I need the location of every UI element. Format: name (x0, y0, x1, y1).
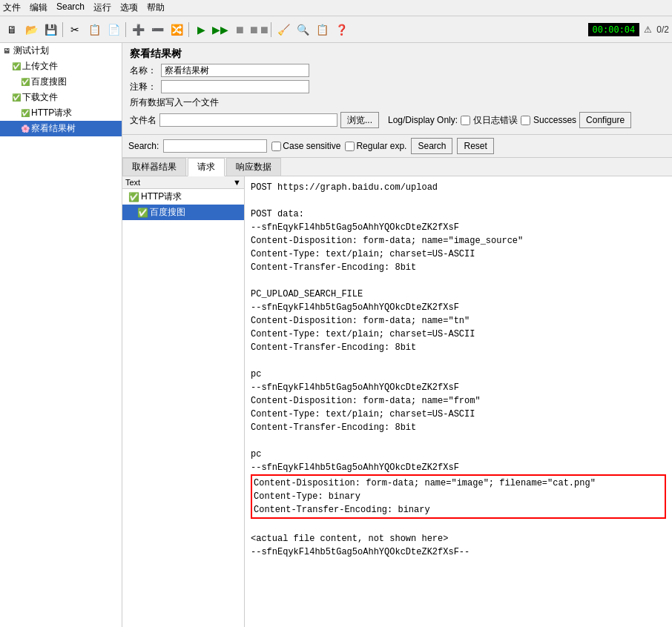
menu-file[interactable]: 文件 (3, 1, 21, 14)
toolbar-save[interactable]: 💾 (42, 21, 59, 39)
toolbar-broom[interactable]: 🧹 (274, 21, 292, 39)
request-line: Content-Type: text/plain; charset=US-ASC… (251, 408, 666, 421)
main-layout: 🖥 测试计划 ✅ 上传文件 ✅ 百度搜图 ✅ 下载文件 ✅ HTTP请求 🌸 察… (0, 43, 672, 627)
file-row: 文件名 浏览... Log/Display Only: 仅日志错误 Succes… (130, 112, 665, 128)
request-line-highlighted: Content-Disposition: form-data; name="im… (254, 477, 663, 490)
tree-item-http[interactable]: ✅ HTTP请求 (0, 105, 122, 121)
request-line: <actual file content, not shown here> (251, 532, 666, 545)
tab-response[interactable]: 响应数据 (226, 158, 281, 176)
inner-http-icon: ✅ (128, 192, 139, 202)
successes-checkbox[interactable] (521, 116, 530, 125)
toolbar-help[interactable]: ❓ (332, 21, 350, 39)
tree-label-result: 察看结果树 (31, 122, 76, 135)
toolbar-search[interactable]: 🔍 (294, 21, 312, 39)
case-sensitive-checkbox[interactable] (271, 142, 281, 151)
inner-tree-http[interactable]: ✅ HTTP请求 (122, 189, 244, 205)
text-dropdown[interactable]: ▼ (233, 178, 241, 187)
toolbar-cut[interactable]: ✂ (66, 21, 84, 39)
toolbar-open[interactable]: 📂 (22, 21, 40, 39)
errors-checkbox-label[interactable]: 仅日志错误 (461, 114, 518, 127)
file-label: 文件名 (130, 114, 157, 127)
toolbar-copy[interactable]: 📋 (85, 21, 103, 39)
request-line: Content-Transfer-Encoding: 8bit (251, 421, 666, 434)
errors-label: 仅日志错误 (473, 114, 518, 127)
toolbar-sep2 (125, 22, 126, 37)
toolbar-new[interactable]: 🖥 (3, 21, 21, 39)
menu-edit[interactable]: 编辑 (30, 1, 47, 14)
tree-item-result[interactable]: 🌸 察看结果树 (0, 121, 122, 136)
tab-response-label: 响应数据 (236, 162, 271, 172)
toolbar-play-all[interactable]: ▶▶ (211, 21, 229, 39)
request-line: POST data: (251, 208, 666, 221)
tree-label-plan: 测试计划 (13, 44, 49, 57)
tree-item-plan[interactable]: 🖥 测试计划 (0, 43, 122, 59)
tree-item-baidu[interactable]: ✅ 百度搜图 (0, 74, 122, 90)
tab-request-label: 请求 (197, 162, 215, 172)
timer-display: 00:00:04 (588, 23, 640, 36)
request-line: Content-Transfer-Encoding: 8bit (251, 261, 666, 274)
search-bar: Search: Case sensitive Regular exp. Sear… (122, 135, 672, 158)
request-line (251, 354, 666, 368)
regex-checkbox[interactable] (345, 142, 355, 151)
menu-help[interactable]: 帮助 (147, 1, 165, 14)
case-sensitive-label[interactable]: Case sensitive (271, 141, 340, 151)
successes-checkbox-label[interactable]: Successes (521, 115, 576, 125)
search-btn[interactable]: Search (411, 138, 452, 154)
toolbar-stop[interactable]: ⏹ (231, 21, 248, 39)
name-label: 名称： (130, 64, 157, 77)
inner-baidu-icon: ✅ (137, 208, 148, 218)
configure-btn[interactable]: Configure (579, 112, 631, 128)
request-line: Content-Disposition: form-data; name="im… (251, 234, 666, 248)
search-input[interactable] (163, 139, 267, 153)
menu-run[interactable]: 运行 (93, 1, 111, 14)
tab-header: 取样器结果 请求 响应数据 (122, 158, 672, 176)
toolbar-stop-all[interactable]: ⏹⏹ (250, 21, 268, 39)
toolbar-sep4 (271, 22, 271, 37)
errors-checkbox[interactable] (461, 116, 470, 125)
tree-label-baidu: 百度搜图 (31, 76, 67, 88)
left-tree-panel: 🖥 测试计划 ✅ 上传文件 ✅ 百度搜图 ✅ 下载文件 ✅ HTTP请求 🌸 察… (0, 43, 122, 627)
tree-item-upload[interactable]: ✅ 上传文件 (0, 59, 122, 74)
comment-input[interactable] (161, 80, 309, 93)
toolbar-paste[interactable]: 📄 (105, 21, 122, 39)
menu-search[interactable]: Search (56, 1, 85, 14)
toolbar-toggle[interactable]: 🔀 (168, 21, 185, 39)
counter-display: 0/2 (656, 24, 669, 35)
toolbar-list[interactable]: 📋 (313, 21, 331, 39)
request-line (251, 194, 666, 208)
toolbar: 🖥 📂 💾 ✂ 📋 📄 ➕ ➖ 🔀 ▶ ▶▶ ⏹ ⏹⏹ 🧹 🔍 📋 ❓ 00:0… (0, 16, 672, 43)
comment-row: 注释： (130, 80, 665, 93)
inner-http-label: HTTP请求 (141, 190, 182, 203)
toolbar-sep1 (62, 22, 63, 37)
request-line: pc (251, 368, 666, 381)
menu-options[interactable]: 选项 (120, 1, 138, 14)
regex-label[interactable]: Regular exp. (345, 141, 406, 151)
file-input[interactable] (159, 113, 337, 127)
download-icon: ✅ (12, 93, 21, 102)
tree-item-download[interactable]: ✅ 下载文件 (0, 90, 122, 105)
toolbar-play[interactable]: ▶ (192, 21, 210, 39)
log-display-label: Log/Display Only: (388, 115, 458, 125)
request-line: Content-Disposition: form-data; name="fr… (251, 394, 666, 408)
tabs-area: 取样器结果 请求 响应数据 Text ▼ ✅ (122, 158, 672, 627)
reset-btn[interactable]: Reset (457, 138, 493, 154)
right-panel: 察看结果树 名称： 注释： 所有数据写入一个文件 文件名 浏览... Log/D… (122, 43, 672, 627)
toolbar-collapse[interactable]: ➖ (148, 21, 166, 39)
name-input[interactable] (161, 64, 309, 77)
request-line: --sfnEqykFl4hb5tGag5oAhhYQOkcDteZK2fXsF (251, 221, 666, 234)
regex-text: Regular exp. (356, 141, 406, 151)
inner-tree-baidu[interactable]: ✅ 百度搜图 (122, 205, 244, 220)
name-row: 名称： (130, 64, 665, 77)
tree-label-upload: 上传文件 (22, 60, 58, 73)
tab-request[interactable]: 请求 (188, 158, 225, 176)
toolbar-expand[interactable]: ➕ (129, 21, 147, 39)
toolbar-right: 00:00:04 ⚠ 0/2 (588, 23, 669, 36)
request-line: --sfnEqykFl4hb5tGag5oAhhYQOkcDteZK2fXsF (251, 381, 666, 394)
tree-label-download: 下载文件 (22, 91, 58, 104)
browse-btn[interactable]: 浏览... (340, 112, 379, 128)
request-line-highlighted: Content-Transfer-Encoding: binary (254, 503, 663, 517)
request-line (251, 519, 666, 532)
http-icon: ✅ (21, 109, 30, 117)
tab-sampler[interactable]: 取样器结果 (122, 158, 186, 176)
result-icon: 🌸 (21, 125, 30, 133)
